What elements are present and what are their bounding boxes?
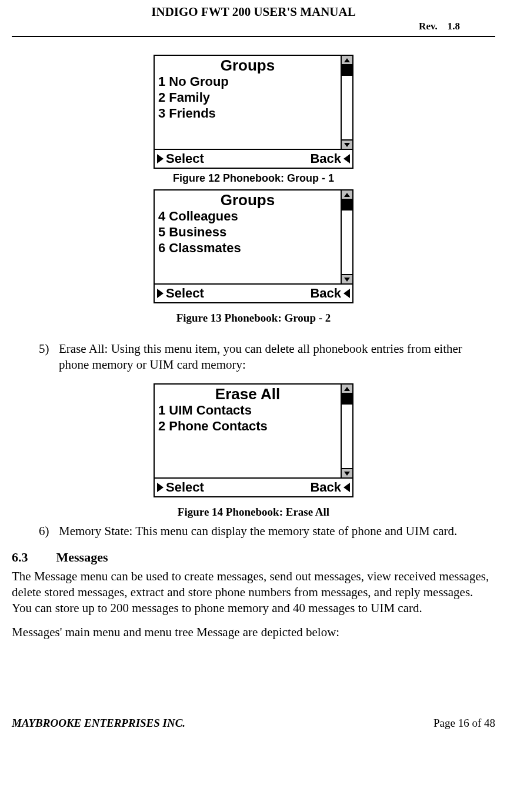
- revision-label: Rev. 1.8: [12, 21, 495, 32]
- figure-caption: Figure 14 Phonebook: Erase All: [12, 506, 495, 519]
- select-label: Select: [166, 151, 204, 166]
- rev-value-text: 1.8: [448, 21, 460, 32]
- section-paragraph: Messages' main menu and menu tree Messag…: [12, 624, 495, 640]
- scrollbar[interactable]: [341, 191, 352, 283]
- select-softkey[interactable]: Select: [157, 480, 204, 495]
- back-label: Back: [310, 480, 341, 495]
- figure-caption: Figure 12 Phonebook: Group - 1: [12, 172, 495, 185]
- scroll-up-button[interactable]: [342, 191, 352, 200]
- scrollbar[interactable]: [341, 56, 352, 149]
- item-text: Erase All: Using this menu item, you can…: [59, 341, 495, 373]
- scroll-track[interactable]: [342, 200, 352, 274]
- scroll-down-button[interactable]: [342, 139, 352, 149]
- section-title: Messages: [56, 550, 108, 564]
- scroll-thumb[interactable]: [342, 394, 352, 405]
- scroll-thumb[interactable]: [342, 65, 352, 76]
- list-item[interactable]: 2 Phone Contacts: [158, 418, 337, 434]
- item-text: Memory State: This menu can display the …: [59, 523, 495, 539]
- section-heading: 6.3 Messages: [12, 550, 495, 565]
- scroll-up-button[interactable]: [342, 56, 352, 65]
- list-item[interactable]: 2 Family: [158, 89, 337, 105]
- list-item[interactable]: 4 Colleagues: [158, 208, 337, 224]
- numbered-item-5: 5) Erase All: Using this menu item, you …: [39, 341, 495, 373]
- numbered-item-6: 6) Memory State: This menu can display t…: [39, 523, 495, 539]
- list-item[interactable]: 6 Classmates: [158, 240, 337, 256]
- footer-company: MAYBROOKE ENTERPRISES INC.: [12, 717, 185, 730]
- scroll-down-button[interactable]: [342, 274, 352, 283]
- list-item[interactable]: 1 UIM Contacts: [158, 402, 337, 418]
- arrow-left-icon: [343, 154, 350, 163]
- scroll-thumb[interactable]: [342, 200, 352, 210]
- arrow-left-icon: [343, 483, 350, 492]
- back-softkey[interactable]: Back: [310, 151, 350, 166]
- arrow-down-icon: [344, 278, 350, 282]
- arrow-right-icon: [157, 289, 164, 298]
- arrow-up-icon: [344, 58, 350, 62]
- arrow-down-icon: [344, 472, 350, 476]
- list-item[interactable]: 5 Business: [158, 224, 337, 240]
- select-label: Select: [166, 286, 204, 301]
- scrollbar[interactable]: [341, 385, 352, 477]
- section-paragraph: The Message menu can be used to create m…: [12, 569, 495, 616]
- select-label: Select: [166, 480, 204, 495]
- back-softkey[interactable]: Back: [310, 286, 350, 301]
- arrow-up-icon: [344, 387, 350, 391]
- manual-title: INDIGO FWT 200 USER'S MANUAL: [12, 5, 495, 19]
- scroll-track[interactable]: [342, 394, 352, 468]
- arrow-down-icon: [344, 143, 350, 147]
- arrow-up-icon: [344, 193, 350, 197]
- screen-title: Groups: [158, 57, 337, 73]
- scroll-track[interactable]: [342, 65, 352, 139]
- page-footer: MAYBROOKE ENTERPRISES INC. Page 16 of 48: [0, 717, 507, 741]
- figure-caption: Figure 13 Phonebook: Group - 2: [12, 312, 495, 325]
- rev-label-text: Rev.: [419, 21, 438, 32]
- list-item[interactable]: 3 Friends: [158, 105, 337, 121]
- section-number: 6.3: [12, 550, 53, 565]
- phone-screen-groups-2: Groups 4 Colleagues 5 Business 6 Classma…: [154, 189, 353, 303]
- item-number: 5): [39, 341, 59, 373]
- footer-page-number: Page 16 of 48: [433, 717, 495, 730]
- back-softkey[interactable]: Back: [310, 480, 350, 495]
- select-softkey[interactable]: Select: [157, 286, 204, 301]
- page-header: INDIGO FWT 200 USER'S MANUAL Rev. 1.8: [12, 0, 495, 36]
- scroll-down-button[interactable]: [342, 468, 352, 477]
- arrow-right-icon: [157, 483, 164, 492]
- phone-screen-groups-1: Groups 1 No Group 2 Family 3 Friends Sel…: [154, 55, 353, 169]
- screen-title: Groups: [158, 192, 337, 208]
- scroll-up-button[interactable]: [342, 385, 352, 394]
- phone-screen-erase-all: Erase All 1 UIM Contacts 2 Phone Contact…: [154, 383, 353, 497]
- select-softkey[interactable]: Select: [157, 151, 204, 166]
- arrow-right-icon: [157, 154, 164, 163]
- back-label: Back: [310, 286, 341, 301]
- list-item[interactable]: 1 No Group: [158, 73, 337, 89]
- header-divider: [12, 36, 495, 37]
- item-number: 6): [39, 523, 59, 539]
- back-label: Back: [310, 151, 341, 166]
- screen-title: Erase All: [158, 386, 337, 402]
- arrow-left-icon: [343, 289, 350, 298]
